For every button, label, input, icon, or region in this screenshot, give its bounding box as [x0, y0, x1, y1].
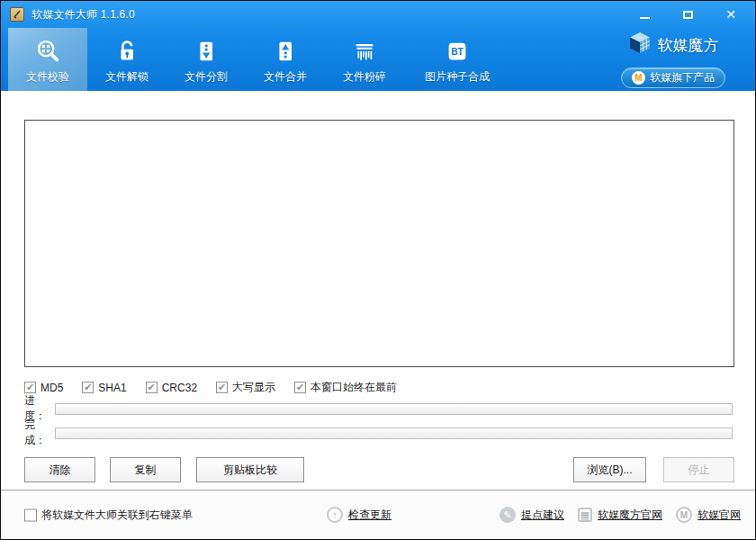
uppercase-checkbox[interactable]: 大写显示 — [216, 380, 275, 395]
close-icon: ✕ — [725, 8, 736, 21]
md5-checkbox[interactable]: MD5 — [24, 382, 63, 394]
suggestion-link[interactable]: ✎ 提点建议 — [500, 507, 564, 523]
context-menu-associate-box — [24, 508, 37, 521]
product-family-button[interactable]: M 软媒旗下产品 — [621, 68, 725, 88]
crc32-checkbox-box — [146, 382, 158, 393]
file-merge-icon — [272, 36, 299, 67]
product-button-label: 软媒旗下产品 — [650, 70, 715, 86]
ruanmei-site-link[interactable]: M 软媒官网 — [676, 507, 741, 523]
brand-area: 软媒魔方 M 软媒旗下产品 — [606, 28, 741, 91]
window-title: 软媒文件大师 1.1.6.0 — [32, 7, 135, 22]
maximize-button[interactable] — [678, 6, 698, 22]
md5-checkbox-label: MD5 — [40, 382, 63, 394]
m-icon: M — [676, 507, 692, 523]
crc32-checkbox-label: CRC32 — [162, 382, 197, 394]
brand-name: 软媒魔方 — [658, 35, 719, 56]
tab-file-verify[interactable]: 文件校验 — [8, 28, 87, 91]
mofang-site-link[interactable]: ▦ 软媒魔方官网 — [578, 508, 662, 523]
sha1-checkbox[interactable]: SHA1 — [82, 382, 126, 394]
progress-bar — [55, 403, 733, 415]
tab-label: 文件解锁 — [105, 69, 148, 85]
bt-icon: BT — [444, 36, 471, 67]
browse-button[interactable]: 浏览(B)... — [573, 457, 646, 482]
check-update-link[interactable]: ↑ 检查更新 — [327, 507, 392, 523]
tab-label: 文件合并 — [264, 69, 307, 85]
stop-button[interactable]: 停止 — [663, 457, 734, 482]
grid-icon: ▦ — [578, 508, 592, 522]
minimize-button[interactable] — [634, 6, 654, 22]
magnifier-grid-icon — [34, 36, 61, 67]
context-menu-associate-checkbox[interactable]: 将软媒文件大师关联到右键菜单 — [24, 508, 193, 523]
check-update-label: 检查更新 — [348, 508, 392, 523]
tab-label: 文件校验 — [26, 69, 69, 85]
hash-options-row: MD5 SHA1 CRC32 大写显示 本窗口始终在最前 — [24, 380, 397, 395]
update-arrow-icon: ↑ — [327, 507, 343, 523]
main-content: MD5 SHA1 CRC32 大写显示 本窗口始终在最前 进度： — [1, 91, 755, 490]
svg-text:BT: BT — [451, 47, 464, 57]
always-on-top-checkbox-box — [294, 382, 306, 393]
cube-logo-icon — [628, 32, 652, 58]
maximize-icon — [683, 11, 693, 19]
close-button[interactable]: ✕ — [721, 6, 741, 22]
m-badge-icon: M — [632, 71, 645, 85]
header: 软媒文件大师 1.1.6.0 ✕ — [1, 1, 755, 91]
unlock-icon — [113, 36, 140, 67]
tab-label: 文件分割 — [184, 69, 228, 85]
uppercase-checkbox-box — [216, 382, 228, 393]
complete-bar — [55, 428, 733, 439]
crc32-checkbox[interactable]: CRC32 — [146, 382, 197, 394]
always-on-top-checkbox-label: 本窗口始终在最前 — [310, 380, 397, 395]
always-on-top-checkbox[interactable]: 本窗口始终在最前 — [294, 380, 397, 395]
progress-row: 进度： — [24, 402, 733, 415]
window-controls: ✕ — [634, 6, 746, 22]
app-icon — [10, 7, 24, 22]
tab-file-unlock[interactable]: 文件解锁 — [87, 28, 166, 91]
complete-row: 完成： — [24, 427, 733, 439]
suggestion-label: 提点建议 — [521, 508, 564, 523]
context-menu-associate-label: 将软媒文件大师关联到右键菜单 — [41, 508, 193, 523]
toolbar-tabs: 文件校验 文件解锁 — [8, 28, 510, 91]
mofang-site-label: 软媒魔方官网 — [598, 508, 662, 523]
tab-image-seed[interactable]: BT 图片种子合成 — [404, 28, 510, 91]
footer-links: ✎ 提点建议 ▦ 软媒魔方官网 M 软媒官网 — [500, 507, 741, 523]
titlebar: 软媒文件大师 1.1.6.0 ✕ — [1, 1, 755, 28]
brand-logo-row: 软媒魔方 — [606, 32, 741, 58]
footer-bar: 将软媒文件大师关联到右键菜单 ↑ 检查更新 ✎ 提点建议 ▦ 软媒魔方官网 M … — [1, 490, 755, 539]
tab-file-shred[interactable]: 文件粉碎 — [325, 28, 404, 91]
md5-checkbox-box — [24, 382, 36, 393]
file-split-icon — [193, 36, 220, 67]
uppercase-checkbox-label: 大写显示 — [232, 380, 275, 395]
pencil-icon: ✎ — [500, 507, 516, 523]
sha1-checkbox-box — [82, 382, 94, 393]
clipboard-compare-button[interactable]: 剪贴板比较 — [196, 457, 304, 482]
tab-label: 图片种子合成 — [425, 69, 490, 85]
copy-button[interactable]: 复制 — [110, 457, 181, 482]
clear-button[interactable]: 清除 — [24, 457, 95, 482]
hash-output-area[interactable] — [24, 120, 734, 367]
app-window: 软媒文件大师 1.1.6.0 ✕ — [0, 0, 756, 540]
tab-label: 文件粉碎 — [343, 69, 386, 85]
tab-file-split[interactable]: 文件分割 — [166, 28, 246, 91]
ruanmei-site-label: 软媒官网 — [698, 508, 741, 523]
minimize-icon — [640, 17, 650, 19]
sha1-checkbox-label: SHA1 — [98, 382, 126, 394]
complete-label: 完成： — [24, 418, 55, 448]
tab-file-merge[interactable]: 文件合并 — [246, 28, 325, 91]
shredder-icon — [350, 36, 379, 67]
